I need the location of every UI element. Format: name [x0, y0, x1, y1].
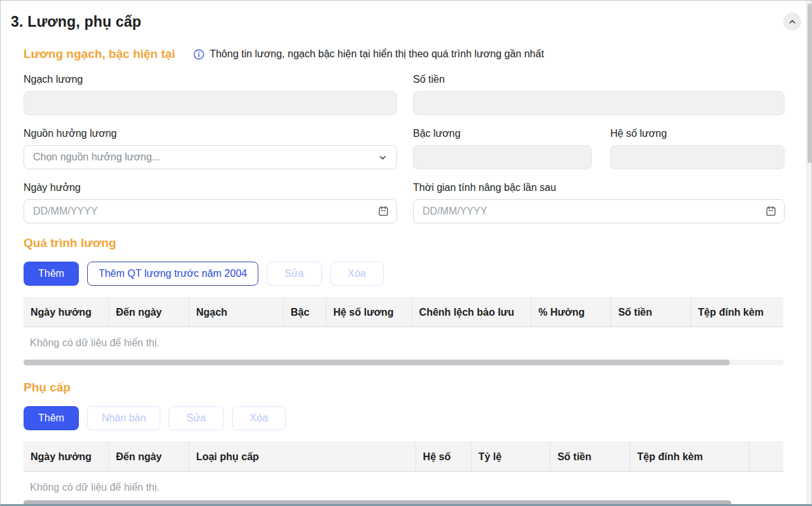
- column-header-bac: Bậc: [283, 298, 326, 327]
- allowances-add-button[interactable]: Thêm: [24, 406, 79, 430]
- salary-history-add-button[interactable]: Thêm: [24, 262, 79, 286]
- current-salary-section: Lương ngạch, bậc hiện tại Thông tin lươn…: [24, 47, 783, 236]
- field-ngach-luong: Ngạch lương: [24, 74, 397, 115]
- field-he-so-luong: Hệ số lương: [610, 128, 785, 169]
- field-so-tien: Số tiền: [413, 74, 785, 115]
- grade-coefficient-group: Bậc lương Hệ số lương: [413, 128, 785, 182]
- column-header-tep-dinh-kem: Tệp đính kèm: [630, 442, 749, 472]
- column-header-ty-le: Tỷ lệ: [471, 442, 550, 472]
- thoi-gian-nang-bac-date-input[interactable]: [413, 199, 785, 223]
- salary-history-edit-button: Sửa: [267, 262, 321, 286]
- column-header-chenh-lech-bao-luu: Chênh lệch bảo lưu: [412, 298, 531, 327]
- allowances-header-row: Ngày hưởng Đến ngày Loại phụ cấp Hệ số T…: [24, 442, 783, 472]
- info-note-text: Thông tin lương, ngạch bậc hiện tại hiển…: [209, 48, 543, 60]
- empty-state-text: Không có dữ liệu để hiển thị.: [24, 327, 783, 358]
- salary-allowance-panel: 3. Lương, phụ cấp Lương ngạch, bậc hiện …: [1, 1, 811, 502]
- empty-row: Không có dữ liệu để hiển thị.: [24, 472, 783, 503]
- allowances-table: Ngày hưởng Đến ngày Loại phụ cấp Hệ số T…: [24, 442, 783, 502]
- current-salary-heading: Lương ngạch, bậc hiện tại: [24, 47, 175, 61]
- horizontal-scrollbar-thumb[interactable]: [24, 500, 731, 506]
- ngach-luong-input: [24, 91, 397, 115]
- nguon-huong-luong-label: Nguồn hưởng lương: [24, 128, 397, 139]
- salary-history-table: Ngày hưởng Đến ngày Ngạch Bậc Hệ số lươn…: [24, 297, 783, 358]
- chevron-down-icon: [377, 152, 388, 163]
- bac-luong-label: Bậc lương: [413, 128, 592, 139]
- salary-history-header-row: Ngày hưởng Đến ngày Ngạch Bậc Hệ số lươn…: [24, 298, 783, 327]
- field-ngay-huong: Ngày hưởng: [24, 182, 397, 223]
- column-header-phan-tram-huong: % Hưởng: [531, 298, 611, 327]
- calendar-icon[interactable]: [765, 205, 777, 217]
- field-bac-luong: Bậc lương: [413, 128, 592, 169]
- empty-row: Không có dữ liệu để hiển thị.: [24, 327, 783, 358]
- ngach-luong-label: Ngạch lương: [24, 74, 397, 85]
- chevron-up-icon: [787, 17, 797, 27]
- column-header-ngay-huong: Ngày hưởng: [24, 442, 109, 472]
- salary-history-delete-button: Xóa: [330, 262, 384, 286]
- vertical-scrollbar-thumb[interactable]: [808, 4, 811, 163]
- vertical-scrollbar[interactable]: [806, 1, 811, 504]
- salary-history-section: Quá trình lương Thêm Thêm QT lương trước…: [24, 236, 783, 365]
- so-tien-input: [413, 91, 785, 115]
- salary-history-heading: Quá trình lương: [24, 236, 783, 250]
- page: 3. Lương, phụ cấp Lương ngạch, bậc hiện …: [0, 0, 812, 506]
- scroll-to-top-button[interactable]: [783, 13, 801, 31]
- bac-luong-input: [413, 145, 592, 169]
- column-header-empty: [749, 442, 783, 472]
- column-header-ngay-huong: Ngày hưởng: [24, 298, 109, 327]
- allowances-duplicate-button: Nhân bản: [87, 406, 160, 430]
- horizontal-scrollbar-thumb[interactable]: [24, 360, 730, 365]
- he-so-luong-input: [610, 145, 785, 169]
- ngay-huong-date-input[interactable]: [24, 199, 397, 223]
- column-header-loai-phu-cap: Loại phụ cấp: [189, 442, 416, 472]
- info-note: Thông tin lương, ngạch bậc hiện tại hiển…: [193, 48, 543, 60]
- so-tien-label: Số tiền: [413, 74, 785, 85]
- field-nguon-huong-luong: Nguồn hưởng lương Chọn nguồn hưởng lương…: [24, 128, 397, 169]
- salary-history-add-pre-2004-button[interactable]: Thêm QT lương trước năm 2004: [87, 262, 258, 286]
- allowances-edit-button: Sửa: [169, 406, 223, 430]
- he-so-luong-label: Hệ số lương: [610, 128, 785, 139]
- column-header-den-ngay: Đến ngày: [109, 298, 189, 327]
- info-icon: [193, 48, 205, 60]
- page-title: 3. Lương, phụ cấp: [11, 13, 783, 31]
- column-header-so-tien: Số tiền: [611, 298, 690, 327]
- thoi-gian-nang-bac-label: Thời gian tính nâng bậc lần sau: [413, 182, 785, 193]
- calendar-icon[interactable]: [377, 205, 389, 217]
- column-header-tep-dinh-kem: Tệp đính kèm: [690, 298, 783, 327]
- column-header-he-so: Hệ số: [416, 442, 471, 472]
- column-header-so-tien: Số tiền: [550, 442, 629, 472]
- column-header-he-so-luong: Hệ số lương: [326, 298, 412, 327]
- allowances-section: Phụ cấp Thêm Nhân bản Sửa Xóa Ngày hưởng…: [24, 381, 783, 502]
- nguon-huong-luong-placeholder: Chọn nguồn hưởng lương...: [33, 151, 160, 163]
- horizontal-scrollbar[interactable]: [24, 360, 783, 365]
- ngay-huong-label: Ngày hưởng: [24, 182, 397, 193]
- column-header-den-ngay: Đến ngày: [109, 442, 189, 472]
- nguon-huong-luong-select[interactable]: Chọn nguồn hưởng lương...: [24, 145, 397, 169]
- allowances-heading: Phụ cấp: [24, 381, 783, 395]
- empty-state-text: Không có dữ liệu để hiển thị.: [24, 472, 783, 503]
- field-thoi-gian-nang-bac: Thời gian tính nâng bậc lần sau: [413, 182, 785, 223]
- column-header-ngach: Ngạch: [189, 298, 284, 327]
- allowances-delete-button: Xóa: [232, 406, 286, 430]
